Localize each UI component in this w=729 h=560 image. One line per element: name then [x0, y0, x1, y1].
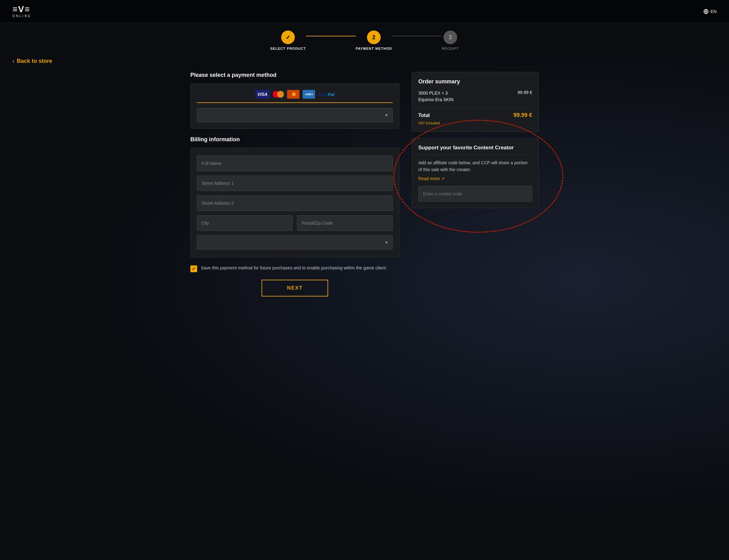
step-3-label: RECEIPT	[441, 47, 459, 50]
site-header: ≡V≡ ONLINE EN	[0, 0, 729, 23]
card-select-dropdown[interactable]: ▾	[197, 108, 393, 122]
order-total-label: Total	[418, 113, 430, 118]
order-item-price: 99.99 €	[517, 90, 532, 95]
discover-logo	[287, 90, 300, 99]
billing-section-title: Billing information	[190, 136, 399, 143]
order-summary-box: Order summary 3000 PLEX + 3Equinox Era S…	[412, 72, 539, 132]
globe-icon	[703, 9, 709, 14]
creator-description: Add an affiliate code below, and CCP wil…	[418, 159, 532, 173]
amex-logo: AMEX	[303, 90, 315, 99]
step-3-circle: 3	[443, 30, 457, 44]
payment-section-title: Please select a payment method	[190, 72, 399, 78]
country-dropdown[interactable]: ▾	[197, 235, 393, 250]
back-to-store-link[interactable]: ‹ Back to store	[0, 55, 65, 72]
language-selector[interactable]: EN	[703, 9, 717, 14]
step-1: ✓ SELECT PRODUCT	[270, 30, 306, 50]
left-panel: Please select a payment method VISA	[190, 72, 399, 296]
back-to-store-label: Back to store	[17, 58, 52, 64]
paypal-logo: PayPal	[318, 92, 334, 97]
order-summary-title: Order summary	[418, 78, 532, 85]
save-payment-label: Save this payment method for future purc…	[201, 265, 387, 271]
logo-sub: ONLINE	[12, 14, 31, 18]
street-address-1-input[interactable]	[197, 175, 393, 191]
svg-point-5	[292, 92, 296, 96]
order-item-name: 3000 PLEX + 3Equinox Era SKIN	[418, 90, 453, 103]
step-2-label: PAYMENT METHOD	[356, 47, 392, 50]
full-name-input[interactable]	[197, 156, 393, 171]
step-2: 2 PAYMENT METHOD	[356, 30, 392, 50]
creator-code-input[interactable]	[418, 186, 532, 202]
language-label: EN	[711, 9, 717, 14]
step-3: 3 RECEIPT	[441, 30, 459, 50]
order-item-row: 3000 PLEX + 3Equinox Era SKIN 99.99 €	[418, 90, 532, 108]
right-panel: Order summary 3000 PLEX + 3Equinox Era S…	[412, 72, 539, 296]
creator-box: Support your favorite Content Creator Ad…	[412, 138, 539, 208]
billing-section: Billing information ▾	[190, 136, 399, 257]
creator-title: Support your favorite Content Creator	[418, 145, 532, 155]
postal-code-input[interactable]	[297, 215, 393, 231]
connector-1-2	[306, 36, 356, 36]
city-input[interactable]	[197, 215, 293, 231]
visa-logo: VISA	[255, 90, 270, 99]
next-button-container: NEXT	[190, 280, 399, 296]
card-dropdown-chevron-icon: ▾	[385, 113, 387, 118]
next-button[interactable]: NEXT	[262, 280, 329, 296]
step-1-circle: ✓	[281, 30, 295, 44]
checkmark-icon: ✓	[192, 266, 196, 271]
vat-note: VAT included	[418, 121, 532, 125]
discover-icon	[289, 91, 298, 97]
street-address-2-input[interactable]	[197, 195, 393, 211]
order-total-row: Total 99.99 €	[418, 112, 532, 119]
payment-method-box: VISA AMEX PayPal	[190, 83, 399, 129]
logo-mark: ≡V≡	[12, 5, 30, 14]
city-zip-row	[197, 215, 393, 231]
country-dropdown-chevron-icon: ▾	[385, 240, 387, 245]
eve-logo: ≡V≡ ONLINE	[12, 5, 31, 18]
order-total-price: 99.99 €	[513, 112, 532, 119]
save-payment-checkbox[interactable]: ✓	[190, 265, 197, 272]
billing-form: ▾	[190, 148, 399, 257]
mastercard-logo	[273, 91, 284, 98]
step-indicator: ✓ SELECT PRODUCT 2 PAYMENT METHOD 3 RECE…	[0, 23, 729, 55]
save-payment-row: ✓ Save this payment method for future pu…	[190, 265, 399, 272]
card-logos-row: VISA AMEX PayPal	[197, 90, 393, 103]
step-1-label: SELECT PRODUCT	[270, 47, 306, 50]
read-more-link[interactable]: Read more ↗	[418, 176, 445, 181]
connector-2-3	[392, 36, 441, 36]
main-content: Please select a payment method VISA	[178, 72, 551, 309]
read-more-label: Read more	[418, 176, 440, 181]
back-chevron-icon: ‹	[12, 58, 14, 64]
step-2-circle: 2	[367, 30, 381, 44]
external-link-icon: ↗	[441, 176, 445, 181]
